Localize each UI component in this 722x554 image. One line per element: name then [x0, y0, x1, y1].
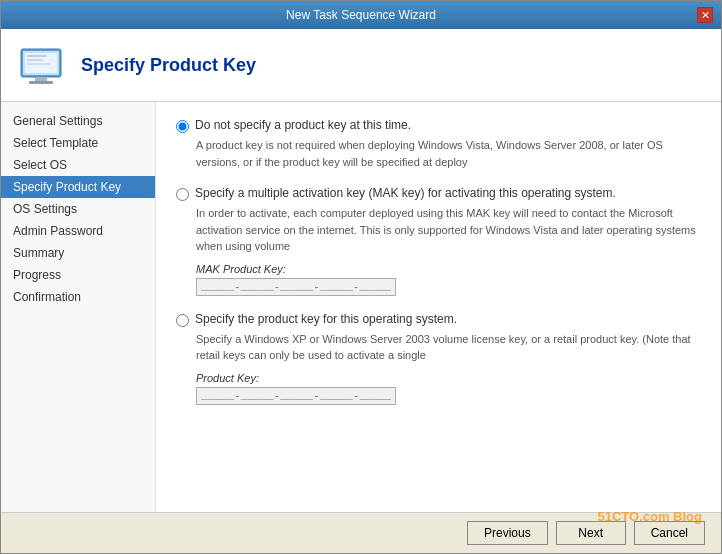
svg-rect-3: [29, 81, 53, 84]
mak-field-label: MAK Product Key:: [196, 263, 701, 275]
svg-rect-2: [35, 77, 47, 81]
option3-title: Specify the product key for this operati…: [195, 312, 457, 326]
sidebar-item-specify-product-key[interactable]: Specify Product Key: [1, 176, 155, 198]
option1-title: Do not specify a product key at this tim…: [195, 118, 411, 132]
main-content: Do not specify a product key at this tim…: [156, 102, 721, 512]
option2-group: Specify a multiple activation key (MAK k…: [176, 186, 701, 296]
watermark: 51CTO.com Blog: [597, 509, 702, 524]
option2-radio[interactable]: [176, 188, 189, 201]
sidebar-item-select-template[interactable]: Select Template: [1, 132, 155, 154]
option2-desc: In order to activate, each computer depl…: [196, 205, 701, 255]
option3-desc: Specify a Windows XP or Windows Server 2…: [196, 331, 701, 364]
option1-desc: A product key is not required when deplo…: [196, 137, 701, 170]
sidebar-item-summary[interactable]: Summary: [1, 242, 155, 264]
sidebar-item-progress[interactable]: Progress: [1, 264, 155, 286]
option1-label[interactable]: Do not specify a product key at this tim…: [176, 118, 701, 133]
computer-icon: [17, 41, 65, 89]
sidebar-item-confirmation[interactable]: Confirmation: [1, 286, 155, 308]
content-area: General Settings Select Template Select …: [1, 102, 721, 512]
previous-button[interactable]: Previous: [467, 521, 548, 545]
option3-group: Specify the product key for this operati…: [176, 312, 701, 405]
header: Specify Product Key: [1, 29, 721, 102]
option1-radio[interactable]: [176, 120, 189, 133]
cancel-button[interactable]: Cancel: [634, 521, 705, 545]
svg-rect-5: [27, 55, 47, 57]
close-button[interactable]: ✕: [697, 7, 713, 23]
next-button[interactable]: Next: [556, 521, 626, 545]
option3-radio[interactable]: [176, 314, 189, 327]
option3-label[interactable]: Specify the product key for this operati…: [176, 312, 701, 327]
option2-title: Specify a multiple activation key (MAK k…: [195, 186, 616, 200]
product-key-field-label: Product Key:: [196, 372, 701, 384]
window-title: New Task Sequence Wizard: [25, 8, 697, 22]
sidebar: General Settings Select Template Select …: [1, 102, 156, 512]
sidebar-item-select-os[interactable]: Select OS: [1, 154, 155, 176]
page-title: Specify Product Key: [81, 55, 256, 76]
sidebar-item-general-settings[interactable]: General Settings: [1, 110, 155, 132]
svg-rect-6: [27, 59, 43, 61]
sidebar-item-admin-password[interactable]: Admin Password: [1, 220, 155, 242]
mak-product-key-input[interactable]: [196, 278, 396, 296]
option2-label[interactable]: Specify a multiple activation key (MAK k…: [176, 186, 701, 201]
title-bar: New Task Sequence Wizard ✕: [1, 1, 721, 29]
option1-group: Do not specify a product key at this tim…: [176, 118, 701, 170]
sidebar-item-os-settings[interactable]: OS Settings: [1, 198, 155, 220]
svg-rect-7: [27, 63, 51, 65]
product-key-input[interactable]: [196, 387, 396, 405]
